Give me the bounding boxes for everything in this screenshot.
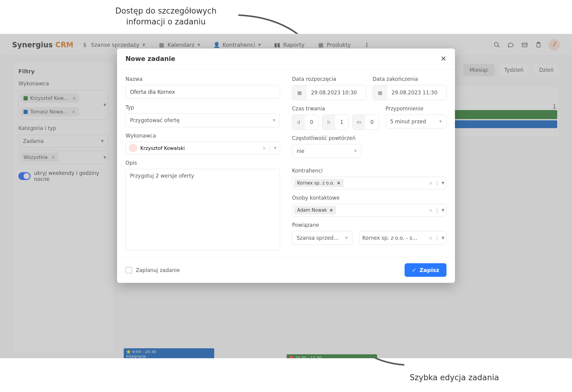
chevron-down-icon: ▼ [442, 236, 444, 240]
close-icon[interactable]: × [429, 207, 433, 213]
desc-label: Opis [126, 160, 280, 166]
frequency-select[interactable]: nie▼ [292, 144, 361, 158]
modal-footer: Zaplanuj zadanie ✓Zapisz [117, 257, 455, 283]
type-label: Typ [126, 104, 280, 110]
duration-hours[interactable]: h1 [322, 115, 349, 130]
duration-days[interactable]: d0 [292, 115, 319, 130]
contact-tag[interactable]: Adam Nowak× [294, 206, 336, 214]
reminder-select[interactable]: 5 minut przed▼ [386, 115, 446, 128]
chevron-down-icon: ▼ [442, 208, 444, 212]
desc-textarea[interactable] [126, 169, 280, 250]
chevron-down-icon: ▼ [439, 119, 442, 124]
annotation-top: Dostęp do szczegółowych informacji o zad… [103, 5, 229, 27]
performer-select[interactable]: Krzysztof Kowalski × | ▼ [126, 142, 280, 154]
close-icon[interactable]: × [337, 180, 341, 186]
close-button[interactable]: ✕ [440, 55, 446, 63]
chevron-down-icon: ▼ [442, 181, 444, 185]
frequency-label: Częstotliwość powtórzeń [292, 135, 446, 141]
contractor-tag[interactable]: Kornex sp. z o.o.× [294, 179, 344, 187]
duration-label: Czas trwania [292, 106, 379, 112]
avatar [129, 144, 137, 152]
save-button[interactable]: ✓Zapisz [405, 263, 446, 277]
modal-header: Nowe zadanie ✕ [117, 49, 455, 69]
modal-body: Nazwa Typ Przygotować ofertę▼ Wykonawca … [117, 69, 455, 257]
start-date-input[interactable]: ▦29.08.2023 10:30 [292, 85, 366, 100]
chevron-down-icon: ▼ [274, 146, 277, 150]
annotation-bottom: Szybka edycja zadania [406, 372, 503, 383]
chevron-down-icon: ▼ [273, 118, 275, 122]
app-container: Synergius CRM $Szanse sprzedaży▼ ▦Kalend… [0, 34, 572, 358]
type-select[interactable]: Przygotować ofertę▼ [126, 113, 280, 127]
close-icon[interactable]: × [429, 180, 433, 186]
modal-overlay: Nowe zadanie ✕ Nazwa Typ Przygotować ofe… [0, 34, 572, 358]
contacts-label: Osoby kontaktowe [292, 195, 446, 201]
related-label: Powiązane [292, 222, 446, 228]
related-value-select[interactable]: Kornex sp. z o.o. - s… ×|▼ [359, 231, 446, 245]
duration-minutes[interactable]: m0 [352, 115, 379, 130]
end-date-input[interactable]: ▦29.08.2023 11:30 [373, 85, 446, 100]
contractors-label: Kontrahenci [292, 168, 446, 174]
related-type-select[interactable]: Szansa sprzed…▼ [292, 231, 352, 245]
modal-title: Nowe zadanie [126, 55, 175, 62]
plan-label: Zaplanuj zadanie [136, 267, 180, 273]
contractors-input[interactable]: Kornex sp. z o.o.× ×|▼ [292, 177, 446, 189]
chevron-down-icon: ▼ [345, 236, 348, 240]
chevron-down-icon: ▼ [354, 149, 357, 153]
start-label: Data rozpoczęcia [292, 76, 366, 82]
calendar-icon: ▦ [373, 85, 387, 100]
close-icon[interactable]: × [429, 235, 433, 241]
close-icon[interactable]: × [329, 207, 333, 213]
close-icon[interactable]: × [262, 145, 266, 151]
new-task-modal: Nowe zadanie ✕ Nazwa Typ Przygotować ofe… [117, 49, 455, 283]
check-icon: ✓ [412, 267, 416, 273]
calendar-icon: ▦ [292, 85, 307, 100]
reminder-label: Przypomnienie [386, 106, 446, 112]
end-label: Data zakończenia [373, 76, 446, 82]
performer-value: Krzysztof Kowalski [140, 145, 259, 151]
name-input[interactable] [126, 85, 280, 99]
name-label: Nazwa [126, 76, 280, 82]
contacts-input[interactable]: Adam Nowak× ×|▼ [292, 204, 446, 217]
performer-label: Wykonawca [126, 133, 280, 139]
plan-checkbox[interactable] [126, 267, 132, 273]
